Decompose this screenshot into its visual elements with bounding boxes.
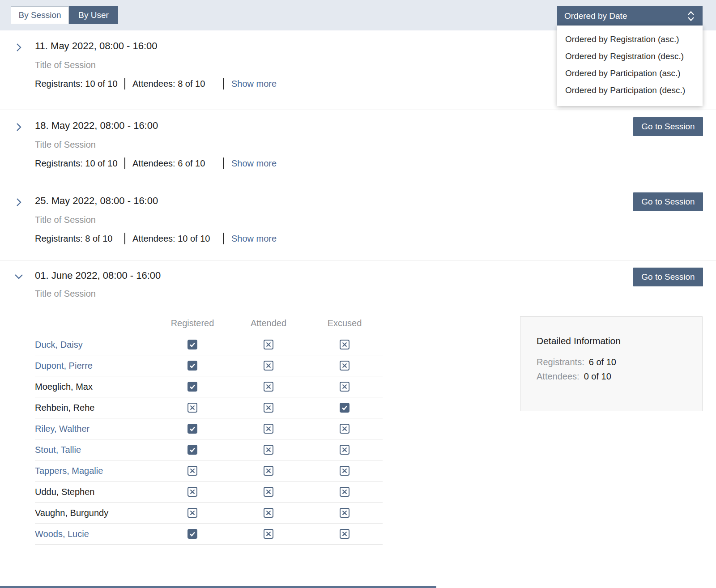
chevron-right-icon[interactable] xyxy=(13,42,24,53)
attended-cell xyxy=(230,466,307,476)
table-row: Riley, Walther xyxy=(35,418,383,439)
table-row: Woods, Lucie xyxy=(35,524,383,545)
checkbox-crossed-icon[interactable] xyxy=(188,508,197,518)
excused-cell xyxy=(307,361,383,371)
excused-cell xyxy=(307,487,383,497)
chevron-right-icon[interactable] xyxy=(13,122,24,132)
checkbox-checked-icon[interactable] xyxy=(188,361,197,371)
checkbox-crossed-icon[interactable] xyxy=(264,340,273,349)
participant-name-link[interactable]: Dupont, Pierre xyxy=(35,361,154,371)
registered-cell xyxy=(154,340,230,349)
session-date: 11. May 2022, 08:00 - 16:00 xyxy=(35,40,158,52)
checkbox-crossed-icon[interactable] xyxy=(188,403,197,413)
participant-name-link[interactable]: Tappers, Magalie xyxy=(35,466,154,476)
checkbox-checked-icon[interactable] xyxy=(188,340,197,349)
registrants-stat: Registrants: 10 of 10 xyxy=(35,79,124,89)
sort-menu-option[interactable]: Ordered by Registration (desc.) xyxy=(557,48,703,65)
table-row: Duck, Daisy xyxy=(35,334,383,355)
session-item-3: 25. May 2022, 08:00 - 16:00 Title of Ses… xyxy=(0,185,716,260)
participant-name-link[interactable]: Riley, Walther xyxy=(35,424,154,434)
session-date: 25. May 2022, 08:00 - 16:00 xyxy=(35,195,158,207)
attendance-table: Registered Attended Excused Duck, DaisyD… xyxy=(35,312,383,545)
checkbox-crossed-icon[interactable] xyxy=(340,529,349,539)
show-more-link[interactable]: Show more xyxy=(231,234,277,244)
checkbox-crossed-icon[interactable] xyxy=(340,466,349,476)
registrants-stat: Registrants: 10 of 10 xyxy=(35,158,124,169)
top-bar: By Session By User Ordered by Date Order… xyxy=(0,0,716,30)
go-to-session-button[interactable]: Go to Session xyxy=(633,268,703,286)
registered-cell xyxy=(154,487,230,497)
sort-dropdown[interactable]: Ordered by Date xyxy=(557,6,703,26)
session-date: 01. June 2022, 08:00 - 16:00 xyxy=(35,270,161,281)
excused-cell xyxy=(307,508,383,518)
registered-cell xyxy=(154,382,230,392)
excused-cell xyxy=(307,403,383,413)
table-row: Moeglich, Max xyxy=(35,376,383,397)
sort-menu-option[interactable]: Ordered by Participation (asc.) xyxy=(557,65,703,82)
checkbox-crossed-icon[interactable] xyxy=(188,487,197,497)
go-to-session-button[interactable]: Go to Session xyxy=(633,117,703,136)
show-more-link[interactable]: Show more xyxy=(231,79,277,89)
participant-name-link[interactable]: Duck, Daisy xyxy=(35,340,154,350)
session-title: Title of Session xyxy=(35,215,96,225)
registered-column-header: Registered xyxy=(154,318,230,328)
registered-cell xyxy=(154,529,230,539)
checkbox-checked-icon[interactable] xyxy=(188,382,197,392)
checkbox-crossed-icon[interactable] xyxy=(340,508,349,518)
checkbox-crossed-icon[interactable] xyxy=(264,466,273,476)
participant-name: Vaughn, Burgundy xyxy=(35,508,154,518)
sort-dropdown-value: Ordered by Date xyxy=(564,11,627,21)
table-row: Uddu, Stephen xyxy=(35,481,383,503)
go-to-session-button[interactable]: Go to Session xyxy=(633,192,703,211)
bottom-scrollbar[interactable] xyxy=(0,586,436,588)
by-session-button[interactable]: By Session xyxy=(11,6,69,24)
checkbox-crossed-icon[interactable] xyxy=(264,508,273,518)
participant-name-link[interactable]: Woods, Lucie xyxy=(35,529,154,539)
registered-cell xyxy=(154,424,230,434)
detail-attendees-line: Attendees: 0 of 10 xyxy=(537,371,686,382)
checkbox-crossed-icon[interactable] xyxy=(340,340,349,349)
checkbox-crossed-icon[interactable] xyxy=(188,466,197,476)
checkbox-crossed-icon[interactable] xyxy=(340,487,349,497)
registered-cell xyxy=(154,508,230,518)
attended-cell xyxy=(230,361,307,371)
participant-name-link[interactable]: Stout, Tallie xyxy=(35,445,154,455)
excused-cell xyxy=(307,382,383,392)
checkbox-checked-icon[interactable] xyxy=(340,403,349,413)
chevron-right-icon[interactable] xyxy=(13,197,24,208)
sort-menu-option[interactable]: Ordered by Participation (desc.) xyxy=(557,82,703,99)
sort-menu-option[interactable]: Ordered by Registration (asc.) xyxy=(557,31,703,48)
checkbox-checked-icon[interactable] xyxy=(188,529,197,539)
chevron-down-icon[interactable] xyxy=(13,271,24,282)
checkbox-crossed-icon[interactable] xyxy=(264,403,273,413)
attendees-stat: Attendees: 8 of 10 xyxy=(125,79,223,89)
checkbox-crossed-icon[interactable] xyxy=(264,361,273,371)
checkbox-crossed-icon[interactable] xyxy=(264,487,273,497)
attended-cell xyxy=(230,529,307,539)
checkbox-crossed-icon[interactable] xyxy=(340,424,349,434)
detail-registrants-line: Registrants: 6 of 10 xyxy=(537,357,686,367)
attended-cell xyxy=(230,445,307,455)
checkbox-crossed-icon[interactable] xyxy=(264,529,273,539)
by-user-button[interactable]: By User xyxy=(69,6,118,24)
table-row: Rehbein, Rehe xyxy=(35,397,383,418)
excused-column-header: Excused xyxy=(307,318,383,328)
checkbox-checked-icon[interactable] xyxy=(188,445,197,455)
registrants-label: Registrants: xyxy=(537,357,584,367)
checkbox-crossed-icon[interactable] xyxy=(340,382,349,392)
checkbox-checked-icon[interactable] xyxy=(188,424,197,434)
session-title: Title of Session xyxy=(35,60,96,70)
participant-name: Uddu, Stephen xyxy=(35,487,154,497)
checkbox-crossed-icon[interactable] xyxy=(340,361,349,371)
show-more-link[interactable]: Show more xyxy=(231,158,277,169)
checkbox-crossed-icon[interactable] xyxy=(264,445,273,455)
checkbox-crossed-icon[interactable] xyxy=(264,424,273,434)
session-stats: Registrants: 10 of 10 Attendees: 8 of 10… xyxy=(35,77,277,90)
attended-cell xyxy=(230,424,307,434)
attendees-stat: Attendees: 6 of 10 xyxy=(125,158,223,169)
excused-cell xyxy=(307,445,383,455)
table-row: Stout, Tallie xyxy=(35,439,383,460)
checkbox-crossed-icon[interactable] xyxy=(264,382,273,392)
table-row: Vaughn, Burgundy xyxy=(35,503,383,524)
checkbox-crossed-icon[interactable] xyxy=(340,445,349,455)
